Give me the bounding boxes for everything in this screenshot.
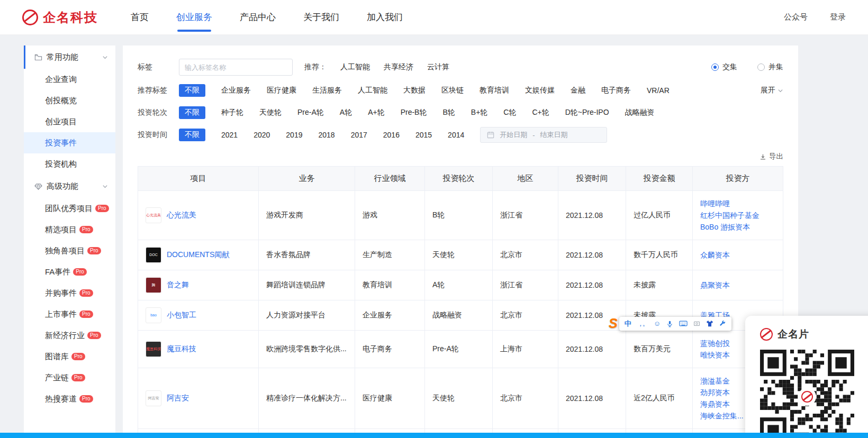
filter-option[interactable]: 不限	[179, 129, 205, 141]
nav-item[interactable]: 产品中心	[240, 0, 276, 34]
investor-link[interactable]: 海峡金控集...	[700, 412, 744, 420]
investor-link[interactable]: 众麟资本	[700, 251, 730, 259]
cell-amount: 数百万美元	[626, 331, 693, 368]
recommend-tag-link[interactable]: 共享经济	[384, 62, 413, 72]
sidebar-item[interactable]: 创业项目	[24, 111, 115, 132]
filter-option[interactable]: 区块链	[441, 84, 464, 97]
filter-option[interactable]: 2017	[351, 129, 367, 141]
filter-option[interactable]: 教育培训	[480, 84, 509, 97]
nav-item[interactable]: 加入我们	[367, 0, 403, 34]
sidebar-item[interactable]: 团队优秀项目Pro	[24, 198, 115, 219]
investor-link[interactable]: 唯快资本	[700, 351, 730, 359]
sidebar-item[interactable]: 企业查询	[24, 69, 115, 90]
sidebar-item[interactable]: 独角兽项目Pro	[24, 240, 115, 261]
export-button[interactable]: 导出	[769, 152, 783, 161]
sidebar-item[interactable]: 产业链Pro	[24, 367, 115, 388]
filter-option[interactable]: B+轮	[471, 106, 488, 119]
nav-right-item[interactable]: 登录	[830, 12, 846, 22]
filter-option[interactable]: 2020	[254, 129, 270, 141]
project-name-link[interactable]: 魔豆科技	[167, 344, 196, 354]
sidebar-section-header[interactable]: 高级功能	[24, 175, 115, 198]
filter-option[interactable]: B轮	[442, 106, 455, 119]
filter-option[interactable]: VR/AR	[647, 85, 670, 96]
voice-icon[interactable]	[666, 320, 673, 327]
filter-option[interactable]: 大数据	[403, 84, 426, 97]
nav-right-item[interactable]: 公众号	[784, 12, 808, 22]
set-mode-radio[interactable]: 并集	[757, 62, 783, 72]
project-name-link[interactable]: 心光流美	[167, 211, 196, 220]
filter-option[interactable]: C轮	[503, 106, 516, 119]
filter-option[interactable]: 天使轮	[259, 106, 282, 119]
toolbox-icon[interactable]	[719, 320, 726, 327]
expand-toggle[interactable]: 展开	[761, 86, 783, 95]
filter-option[interactable]: 电子商务	[601, 84, 631, 97]
tag-name-input[interactable]	[179, 59, 293, 76]
emoji-icon[interactable]: ☺	[654, 320, 661, 327]
investor-link[interactable]: 劲邦资本	[700, 388, 730, 397]
sidebar-item[interactable]: 创投概览	[24, 90, 115, 111]
filter-option[interactable]: 种子轮	[221, 106, 243, 119]
skin-icon[interactable]	[706, 320, 713, 327]
investor-link[interactable]: 红杉中国种子基金	[700, 211, 760, 220]
filter-rows: 推荐标签不限企业服务医疗健康生活服务人工智能大数据区块链教育培训文娱传媒金融电子…	[138, 79, 783, 146]
filter-option[interactable]: 不限	[179, 84, 205, 97]
filter-option[interactable]: 2021	[221, 129, 238, 141]
sidebar-item[interactable]: 热搜赛道Pro	[24, 388, 115, 409]
filter-option[interactable]: Pre-A轮	[297, 106, 324, 119]
filter-option[interactable]: 战略融资	[625, 106, 655, 119]
set-mode-radio[interactable]: 交集	[711, 62, 737, 72]
filter-option[interactable]: 文娱传媒	[525, 84, 555, 97]
recommend-tag-link[interactable]: 云计算	[427, 62, 449, 72]
filter-option[interactable]: 2016	[383, 129, 400, 141]
filter-option[interactable]: D轮~Pre-IPO	[565, 106, 609, 119]
sidebar-section-header[interactable]: 常用功能	[24, 45, 115, 69]
investor-link[interactable]: 鼎聚资本	[700, 281, 730, 289]
pro-badge: Pro	[71, 374, 85, 381]
filter-option[interactable]: 金融	[571, 84, 585, 97]
sogou-logo-icon[interactable]: S	[609, 316, 618, 331]
sidebar-item[interactable]: FA事件Pro	[24, 261, 115, 282]
filter-option[interactable]: 2014	[448, 129, 464, 141]
keyboard-icon[interactable]	[679, 320, 688, 327]
sidebar-item[interactable]: 并购事件Pro	[24, 282, 115, 304]
investor-link[interactable]: 蓝驰创投	[700, 339, 730, 348]
filter-option[interactable]: 2019	[286, 129, 302, 141]
pro-badge: Pro	[95, 205, 109, 212]
filter-option[interactable]: 企业服务	[221, 84, 251, 97]
investor-link[interactable]: 渤溢基金	[700, 377, 730, 385]
filter-option[interactable]: 医疗健康	[267, 84, 296, 97]
date-range-picker[interactable]: 开始日期-结束日期	[480, 127, 607, 143]
nav-item[interactable]: 首页	[131, 0, 149, 34]
filter-option[interactable]: C+轮	[532, 106, 549, 119]
project-name-link[interactable]: 音之舞	[167, 280, 189, 290]
filter-option[interactable]: A轮	[340, 106, 352, 119]
sidebar-item[interactable]: 新经济行业Pro	[24, 325, 115, 346]
screenshot-icon[interactable]	[693, 320, 700, 327]
table-header-cell: 投资轮次	[425, 167, 493, 191]
filter-option[interactable]: 生活服务	[312, 84, 342, 97]
investor-link[interactable]: 海鼎资本	[700, 400, 730, 408]
sidebar-item[interactable]: 上市事件Pro	[24, 304, 115, 325]
bottom-scrollbar[interactable]	[0, 433, 868, 438]
filter-option[interactable]: 2015	[415, 129, 432, 141]
filter-option[interactable]: 2018	[318, 129, 334, 141]
filter-option[interactable]: Pre-B轮	[401, 106, 427, 119]
sidebar-item[interactable]: 投资机构	[24, 153, 115, 175]
sidebar-item[interactable]: 精选项目Pro	[24, 219, 115, 240]
investor-link[interactable]: 哔哩哔哩	[700, 199, 730, 208]
investor-link[interactable]: BoBo 游扳资本	[700, 223, 750, 231]
sidebar-item[interactable]: 图谱库Pro	[24, 346, 115, 367]
filter-option[interactable]: 不限	[179, 106, 205, 119]
nav-item[interactable]: 关于我们	[303, 0, 339, 34]
project-name-link[interactable]: DOCUMENTS闻献	[167, 250, 229, 260]
nav-item[interactable]: 创业服务	[176, 0, 212, 34]
recommend-tag-link[interactable]: 人工智能	[340, 62, 370, 72]
project-name-link[interactable]: 小包智工	[167, 311, 196, 320]
sidebar-item[interactable]: 投资事件	[24, 132, 115, 153]
filter-option[interactable]: A+轮	[368, 106, 385, 119]
project-name-link[interactable]: 阿吉安	[167, 394, 189, 403]
brand[interactable]: 企名科技	[22, 9, 98, 26]
punctuation-icon[interactable]: ，。	[637, 319, 648, 328]
filter-option[interactable]: 人工智能	[358, 84, 387, 97]
chinese-mode-icon[interactable]: 中	[625, 319, 631, 328]
